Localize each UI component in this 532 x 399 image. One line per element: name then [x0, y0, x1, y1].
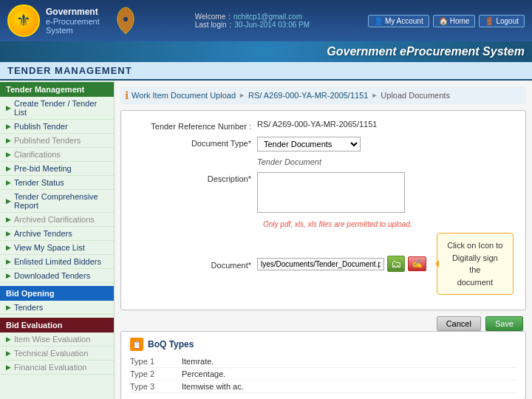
header-top: ⚜ Government e-Procurement System Welcom…: [0, 0, 532, 41]
boq-section: 📋 BoQ Types Type 1 Itemrate. Type 2 Perc…: [120, 331, 526, 399]
form-panel: Tender Reference Number : RS/ A269-000-Y…: [120, 110, 526, 310]
user-icon: 👤: [374, 17, 383, 25]
sidebar-item-archive-tenders[interactable]: ▶Archive Tenders: [0, 227, 114, 241]
breadcrumb-step1[interactable]: Work Item Document Upload: [132, 91, 236, 100]
home-button[interactable]: 🏠 Home: [433, 15, 476, 27]
doc-label: Document*: [133, 259, 251, 270]
logout-button[interactable]: 🚪 Logout: [479, 15, 525, 27]
tender-doc-value: Tender Document: [257, 157, 514, 166]
cancel-button[interactable]: Cancel: [437, 316, 481, 331]
doc-type-select[interactable]: Tender Documents BOQ Documents Other Doc…: [257, 137, 361, 151]
tender-doc-row: Tender Document: [133, 157, 514, 166]
tender-ref-label: Tender Reference Number :: [133, 120, 251, 131]
sidebar-item-prebid[interactable]: ▶Pre-bid Meeting: [0, 162, 114, 176]
logo-text: Government e-Procurement System: [46, 7, 100, 35]
warning-text: Only pdf, xls, xls files are permitted t…: [263, 220, 412, 228]
sidebar-item-published-tenders[interactable]: ▶Published Tenders: [0, 134, 114, 148]
desc-value: [257, 172, 514, 214]
breadcrumb-info-icon: ℹ: [125, 89, 129, 101]
action-buttons: Cancel Save: [120, 316, 523, 331]
breadcrumb-step3: Upload Documents: [381, 91, 450, 100]
doc-type-value: Tender Documents BOQ Documents Other Doc…: [257, 137, 514, 151]
doc-upload-row: Document* 🗂 ✍ Click on Icon to Digitally…: [133, 233, 514, 295]
boq-header: 📋 BoQ Types: [130, 338, 516, 351]
sidebar-item-publish-tender[interactable]: ▶Publish Tender: [0, 120, 114, 134]
boq-row-1: Type 2 Percentage.: [130, 368, 516, 381]
welcome-info: Welcome : nchitcp1@gmail.com Last login …: [195, 13, 310, 29]
logout-icon: 🚪: [485, 17, 494, 25]
svg-point-0: [123, 17, 128, 21]
sidebar-item-technical-eval[interactable]: ▶Technical Evaluation: [0, 347, 114, 361]
file-row: 🗂 ✍ Click on Icon to Digitally sign the …: [257, 233, 514, 295]
sidebar-item-create-tender[interactable]: ▶Create Tender / Tender List: [0, 97, 114, 120]
sidebar-item-archived-clarifications[interactable]: ▶Archived Clarifications: [0, 213, 114, 227]
main-layout: Tender Management ▶Create Tender / Tende…: [0, 81, 532, 399]
description-textarea[interactable]: [257, 172, 405, 213]
logo-emblem: ⚜: [7, 4, 40, 37]
sidebar-item-tender-status[interactable]: ▶Tender Status: [0, 176, 114, 190]
doc-type-label: Document Type*: [133, 137, 251, 148]
tender-doc-label: [133, 157, 251, 160]
section-header: TENDER MANAGEMENT: [0, 62, 532, 81]
tender-ref-row: Tender Reference Number : RS/ A269-000-Y…: [133, 120, 514, 131]
my-account-button[interactable]: 👤 My Account: [368, 15, 429, 27]
breadcrumb: ℹ Work Item Document Upload ► RS/ A269-0…: [120, 86, 526, 104]
boq-row-2: Type 3 Itemwise with ac.: [130, 381, 516, 393]
sidebar-item-enlisted-bidders[interactable]: ▶Enlisted Limited Bidders: [0, 255, 114, 269]
india-map-icon: [115, 6, 137, 35]
sidebar-item-clarifications[interactable]: ▶Clarifications: [0, 148, 114, 162]
boq-row-0: Type 1 Itemrate.: [130, 355, 516, 368]
breadcrumb-step2[interactable]: RS/ A269-000-YA-MR-2005/1151: [248, 91, 368, 100]
desc-row: Description*: [133, 172, 514, 214]
home-icon: 🏠: [439, 17, 448, 25]
sidebar-section-tender: Tender Management: [0, 82, 114, 97]
sidebar-section-bid: Bid Opening: [0, 286, 114, 301]
file-browse-button[interactable]: 🗂: [387, 256, 405, 272]
doc-type-row: Document Type* Tender Documents BOQ Docu…: [133, 137, 514, 151]
save-button[interactable]: Save: [485, 316, 523, 331]
boq-icon: 📋: [130, 338, 143, 351]
logo-container: ⚜ Government e-Procurement System: [7, 4, 100, 37]
sidebar-item-financial-eval[interactable]: ▶Financial Evaluation: [0, 361, 114, 375]
main-content: ℹ Work Item Document Upload ► RS/ A269-0…: [115, 81, 532, 399]
boq-title: BoQ Types: [148, 339, 194, 349]
user-actions: 👤 My Account 🏠 Home 🚪 Logout: [368, 15, 525, 27]
system-title-bar: Government eProcurement System: [0, 41, 532, 62]
breadcrumb-arrow1: ►: [239, 92, 245, 99]
sidebar-item-item-wise[interactable]: ▶Item Wise Evaluation: [0, 332, 114, 347]
tooltip-box: Click on Icon to Digitally sign the docu…: [437, 233, 514, 295]
breadcrumb-arrow2: ►: [371, 92, 378, 99]
file-path-input[interactable]: [257, 258, 384, 270]
sidebar-item-downloaded-tenders[interactable]: ▶Downloaded Tenders: [0, 269, 114, 283]
sidebar: Tender Management ▶Create Tender / Tende…: [0, 81, 115, 399]
sidebar-item-tenders[interactable]: ▶Tenders: [0, 301, 114, 315]
desc-label: Description*: [133, 172, 251, 183]
sidebar-section-eval: Bid Evaluation: [0, 318, 114, 332]
sidebar-item-comprehensive-report[interactable]: ▶Tender Comprehensive Report: [0, 190, 114, 213]
tender-ref-value: RS/ A269-000-YA-MR-2065/1151: [257, 120, 514, 129]
sidebar-item-view-space[interactable]: ▶View My Space List: [0, 241, 114, 255]
doc-upload-area: 🗂 ✍ Click on Icon to Digitally sign the …: [257, 233, 514, 295]
warning-row: Only pdf, xls, xls files are permitted t…: [133, 220, 514, 228]
file-sign-button[interactable]: ✍: [408, 256, 426, 271]
